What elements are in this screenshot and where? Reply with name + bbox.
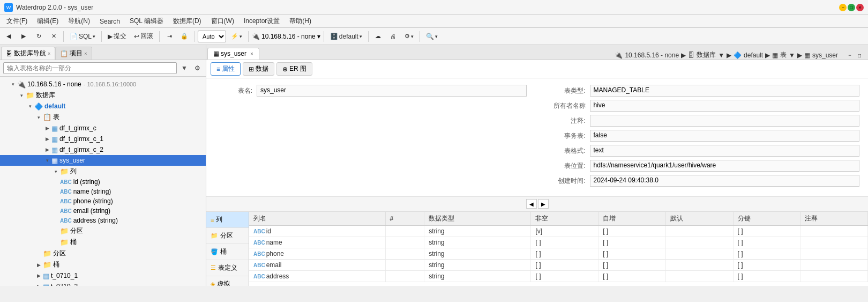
- tree-col-address[interactable]: ABC address (string): [0, 216, 206, 225]
- tree-schema-partition[interactable]: 📁 分区: [0, 248, 206, 259]
- tree-col-email[interactable]: ABC email (string): [0, 206, 206, 216]
- data-icon: ⊞: [249, 65, 254, 73]
- tables-expand[interactable]: ▾: [34, 113, 43, 122]
- table-row[interactable]: ABCid string [v] [ ] [ ]: [249, 226, 868, 237]
- tree-default-schema[interactable]: ▾ 🔷 default: [0, 101, 206, 112]
- df3-expand[interactable]: ▶: [43, 145, 51, 154]
- cloud-button[interactable]: ☁: [372, 30, 385, 43]
- root-expand[interactable]: ▾: [9, 80, 17, 89]
- panel-minimize[interactable]: －: [845, 51, 854, 60]
- t1-expand[interactable]: ▶: [34, 271, 43, 280]
- menu-window[interactable]: 窗口(W): [207, 16, 238, 27]
- filter-icon[interactable]: ▼: [179, 63, 190, 73]
- tree-table-df2[interactable]: ▶ ▦ df_t_glrmx_c_1: [0, 134, 206, 144]
- cat-table-def-icon: ☰: [211, 264, 216, 271]
- tab-data[interactable]: ⊞ 数据: [243, 62, 274, 76]
- right-panel: ▦ sys_user × 🔌 10.168.5.16 - none ▶ 🗄 数据…: [206, 45, 868, 286]
- toolbar-back-button[interactable]: ◀: [2, 30, 15, 43]
- table-row[interactable]: ABCname string [ ] [ ] [ ]: [249, 237, 868, 248]
- more-button[interactable]: ⚙: [402, 30, 416, 43]
- table-search-input[interactable]: [3, 62, 177, 74]
- menu-database[interactable]: 数据库(D): [169, 16, 206, 27]
- default-expand[interactable]: ▾: [26, 102, 34, 111]
- col-auto-cell: [ ]: [598, 237, 666, 248]
- minimize-button[interactable]: －: [839, 4, 847, 11]
- tab-sys-user[interactable]: ▦ sys_user ×: [207, 48, 259, 60]
- tree-columns[interactable]: ▾ 📁 列: [0, 166, 206, 177]
- tree-tables[interactable]: ▾ 📋 表: [0, 112, 206, 123]
- speed-button[interactable]: ⚡: [228, 30, 245, 43]
- tree-root[interactable]: ▾ 🔌 10.168.5.16 - none - 10.168.5.16:100…: [0, 79, 206, 90]
- col-notnull-cell: [ ]: [531, 271, 598, 282]
- tree-col-name[interactable]: ABC name (string): [0, 187, 206, 196]
- df1-expand[interactable]: ▶: [43, 124, 51, 132]
- close-button[interactable]: ×: [856, 4, 864, 11]
- panel-maximize[interactable]: □: [855, 51, 864, 60]
- sys-user-tab-close[interactable]: ×: [250, 51, 253, 57]
- tab-er-diagram[interactable]: ⊕ ER 图: [276, 62, 312, 76]
- database-selector[interactable]: 🗄️ default: [327, 30, 365, 43]
- tree-col-phone[interactable]: ABC phone (string): [0, 196, 206, 206]
- submit-button[interactable]: ▶ 提交: [105, 30, 129, 43]
- cat-columns[interactable]: ≡ 列: [206, 212, 249, 228]
- table-row[interactable]: ABCphone string [ ] [ ] [ ]: [249, 248, 868, 260]
- toolbar-forward-button[interactable]: ▶: [17, 30, 30, 43]
- menu-help[interactable]: 帮助(H): [285, 16, 316, 27]
- menu-edit[interactable]: 编辑(E): [33, 16, 63, 27]
- table-row[interactable]: ABCemail string [ ] [ ] [ ]: [249, 260, 868, 271]
- tab-properties[interactable]: ≡ 属性: [211, 62, 241, 76]
- project-close[interactable]: ×: [84, 51, 87, 56]
- maximize-button[interactable]: □: [848, 4, 855, 11]
- menu-file[interactable]: 文件(F): [2, 16, 32, 27]
- menu-nav[interactable]: 导航(N): [64, 16, 94, 27]
- toolbar-stop-button[interactable]: ✕: [47, 30, 60, 43]
- print-button[interactable]: 🖨: [387, 30, 400, 43]
- tree-table-df1[interactable]: ▶ ▦ df_t_glrmx_c: [0, 123, 206, 134]
- lock-button[interactable]: 🔒: [178, 30, 191, 43]
- indent-button[interactable]: ⇥: [163, 30, 176, 43]
- tab-project[interactable]: 📋 项目 ×: [55, 47, 92, 60]
- menu-inceptor[interactable]: Inceptor设置: [240, 16, 284, 27]
- toolbar-refresh-button[interactable]: ↻: [32, 30, 45, 43]
- tree-partition[interactable]: 📁 分区: [0, 225, 206, 237]
- tree-table-t1[interactable]: ▶ ▦ t_0710_1: [0, 270, 206, 281]
- auto-select[interactable]: Auto: [198, 31, 226, 42]
- db-nav-close[interactable]: ×: [48, 51, 50, 56]
- tree-col-id[interactable]: ABC id (string): [0, 177, 206, 187]
- abc-icon: ABC: [253, 251, 265, 257]
- t2-expand[interactable]: ▶: [34, 282, 43, 286]
- sql-button[interactable]: 📄 SQL: [67, 30, 98, 43]
- columns-expand[interactable]: ▾: [51, 167, 60, 176]
- th-type: 数据类型: [424, 212, 531, 226]
- schema-partition-expand[interactable]: [34, 249, 43, 258]
- col-default-cell: [665, 226, 733, 237]
- nav-prev[interactable]: ◀: [526, 199, 537, 209]
- tree-table-sys-user[interactable]: ▾ ▦ sys_user: [0, 155, 206, 166]
- cat-virtual[interactable]: ◈ 虚拟: [206, 276, 249, 286]
- tree-schema-bucket[interactable]: ▶ 📁 桶: [0, 259, 206, 270]
- rollback-button[interactable]: ↩ 回滚: [131, 30, 156, 43]
- tree-bucket[interactable]: 📁 桶: [0, 237, 206, 248]
- schema-bucket-expand[interactable]: ▶: [34, 261, 43, 269]
- search-toolbar-button[interactable]: 🔍: [423, 30, 440, 43]
- tab-db-navigator[interactable]: 🗄 数据库导航 ×: [1, 47, 55, 60]
- partition-expand[interactable]: [51, 227, 60, 235]
- cat-partition[interactable]: 📁 分区: [206, 228, 249, 244]
- tree-table-t2[interactable]: ▶ ▦ t_0710_2: [0, 281, 206, 286]
- bucket-expand[interactable]: [51, 238, 60, 247]
- menu-sql-editor[interactable]: SQL 编辑器: [125, 16, 168, 27]
- table-name-value[interactable]: sys_user: [257, 85, 527, 97]
- settings-icon[interactable]: ⚙: [192, 63, 203, 73]
- table-row[interactable]: ABCaddress string [ ] [ ] [ ]: [249, 271, 868, 282]
- tree-databases[interactable]: ▾ 📁 数据库: [0, 90, 206, 101]
- col-comment-cell: [800, 248, 868, 260]
- sys-user-expand[interactable]: ▾: [43, 156, 51, 165]
- app-icon: W: [4, 3, 13, 12]
- df2-expand[interactable]: ▶: [43, 135, 51, 143]
- menu-search[interactable]: Search: [95, 17, 124, 26]
- cat-table-def[interactable]: ☰ 表定义: [206, 260, 249, 276]
- tree-table-df3[interactable]: ▶ ▦ df_t_glrmx_c_2: [0, 144, 206, 155]
- nav-next[interactable]: ▶: [538, 199, 549, 209]
- databases-expand[interactable]: ▾: [17, 91, 26, 100]
- cat-bucket[interactable]: 🪣 桶: [206, 244, 249, 260]
